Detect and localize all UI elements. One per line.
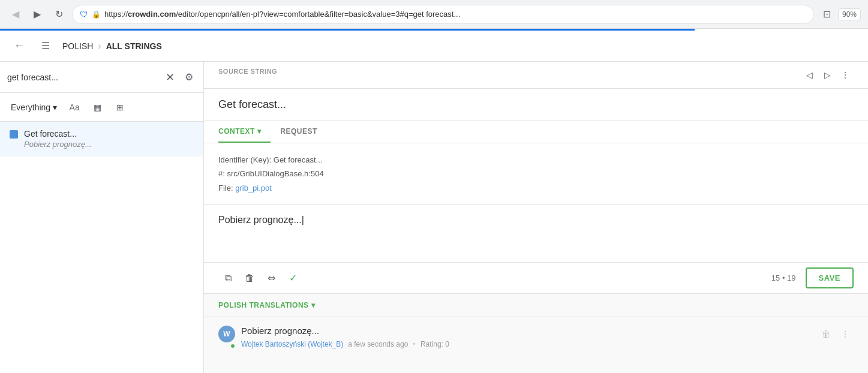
- spellcheck-button[interactable]: ✓: [283, 269, 302, 288]
- everything-label: Everything: [11, 103, 50, 112]
- page-icon[interactable]: ⊡: [819, 6, 836, 23]
- translation-time: a few seconds ago: [348, 340, 408, 348]
- address-text: https://crowdin.com/editor/opencpn/all/e…: [104, 10, 806, 19]
- right-panel: SOURCE STRING ◁ ▷ ⋮ Get forecast... CONT…: [204, 62, 868, 373]
- breadcrumb-current: ALL STRINGS: [106, 41, 162, 51]
- sidebar: ✕ ⚙ Everything ▾ Aa ▦ ⊞ Get forecast... …: [0, 62, 204, 373]
- identifier-row: Identifier (Key): Get forecast...: [218, 153, 854, 167]
- shield-icon: 🛡: [80, 10, 88, 19]
- source-string-label: SOURCE STRING: [218, 68, 786, 75]
- translations-header: POLISH TRANSLATIONS ▾: [204, 294, 868, 317]
- context-info: Identifier (Key): Get forecast... #: src…: [204, 143, 868, 205]
- translator-name[interactable]: Wojtek Bartoszyński (Wojtek_B): [241, 340, 343, 348]
- search-clear-button[interactable]: ✕: [163, 70, 177, 85]
- char-count: 15 • 19: [771, 273, 796, 282]
- file-ref-value: src/GribUIDialogBase.h:504: [227, 169, 323, 178]
- file-ref-row: #: src/GribUIDialogBase.h:504: [218, 167, 854, 181]
- app-bar: ← ☰ POLISH › ALL STRINGS: [0, 31, 868, 62]
- filter-bar: Everything ▾ Aa ▦ ⊞: [0, 93, 203, 122]
- identifier-value: Get forecast...: [274, 155, 323, 164]
- tab-request-label: REQUEST: [280, 127, 317, 136]
- file-value-link[interactable]: grib_pi.pot: [235, 184, 272, 192]
- translation-editor: Pobierz prognozę...|: [204, 205, 868, 263]
- source-string-section: Get forecast...: [204, 89, 868, 121]
- file-ref-label: #:: [218, 169, 225, 178]
- resize-button[interactable]: ⇔: [262, 269, 281, 288]
- search-filter-button[interactable]: ⚙: [182, 70, 196, 85]
- search-input[interactable]: [7, 73, 158, 82]
- browser-reload-button[interactable]: ↻: [50, 6, 67, 23]
- more-entry-button[interactable]: ⋮: [837, 326, 854, 342]
- search-bar: ✕ ⚙: [0, 62, 203, 93]
- app-back-button[interactable]: ←: [10, 37, 29, 56]
- source-string-text: Get forecast...: [218, 98, 854, 111]
- translations-section: POLISH TRANSLATIONS ▾ W Pobierz prognozę…: [204, 294, 868, 373]
- string-source-text: Get forecast...: [24, 129, 194, 139]
- copy-source-button[interactable]: ⧉: [218, 269, 238, 288]
- barcode-filter-button[interactable]: ▦: [88, 98, 106, 116]
- translator-avatar-wrapper: W: [218, 326, 235, 348]
- lock-icon: 🔒: [92, 10, 101, 19]
- string-status-indicator: [10, 130, 18, 139]
- main-content: ✕ ⚙ Everything ▾ Aa ▦ ⊞ Get forecast... …: [0, 62, 868, 373]
- char-count-current: 15: [771, 273, 780, 282]
- browser-chrome: ◀ ▶ ↻ 🛡 🔒 https://crowdin.com/editor/ope…: [0, 0, 868, 29]
- browser-forward-button[interactable]: ▶: [29, 6, 46, 23]
- translation-entry-content: Pobierz prognozę... Wojtek Bartoszyński …: [241, 326, 812, 348]
- char-count-max: 19: [787, 273, 795, 282]
- translations-chevron-icon: ▾: [311, 301, 316, 309]
- browser-right-controls: ⊡ 90%: [819, 6, 861, 23]
- save-button[interactable]: SAVE: [806, 267, 854, 288]
- translation-entry: W Pobierz prognozę... Wojtek Bartoszyńsk…: [204, 317, 868, 357]
- translation-rating: Rating: 0: [421, 340, 449, 348]
- source-more-button[interactable]: ⋮: [837, 67, 854, 83]
- breadcrumb-parent[interactable]: POLISH: [62, 41, 93, 51]
- browser-back-button[interactable]: ◀: [7, 6, 24, 23]
- context-tabs: CONTEXT ▾ REQUEST: [204, 121, 868, 143]
- file-row: File: grib_pi.pot: [218, 181, 854, 195]
- identifier-label: Identifier (Key):: [218, 155, 271, 164]
- string-list: Get forecast... Pobierz prognozę...: [0, 122, 203, 373]
- address-bar[interactable]: 🛡 🔒 https://crowdin.com/editor/opencpn/a…: [72, 5, 814, 24]
- source-next-button[interactable]: ▷: [819, 67, 836, 83]
- crop-filter-button[interactable]: ⊞: [111, 98, 129, 116]
- dropdown-chevron-icon: ▾: [53, 103, 57, 112]
- translation-meta: Wojtek Bartoszyński (Wojtek_B) a few sec…: [241, 339, 812, 348]
- zoom-level: 90%: [838, 8, 861, 20]
- delete-translation-button[interactable]: 🗑: [240, 269, 259, 288]
- list-item[interactable]: Get forecast... Pobierz prognozę...: [0, 122, 203, 157]
- context-chevron-icon: ▾: [257, 127, 262, 136]
- translations-label[interactable]: POLISH TRANSLATIONS ▾: [218, 301, 315, 309]
- hamburger-button[interactable]: ☰: [36, 37, 55, 56]
- source-prev-button[interactable]: ◁: [801, 67, 818, 83]
- translation-actions: 🗑 ⋮: [818, 326, 854, 348]
- breadcrumb-separator: ›: [98, 41, 101, 52]
- source-label-area: SOURCE STRING: [204, 62, 801, 88]
- file-label: File:: [218, 184, 233, 192]
- source-navigation: ◁ ▷ ⋮: [801, 67, 854, 83]
- everything-dropdown[interactable]: Everything ▾: [7, 100, 61, 115]
- delete-entry-button[interactable]: 🗑: [818, 326, 834, 342]
- string-item-content: Get forecast... Pobierz prognozę...: [24, 129, 194, 149]
- aa-filter-button[interactable]: Aa: [65, 98, 83, 116]
- translation-textarea[interactable]: Pobierz prognozę...|: [218, 215, 854, 251]
- avatar: W: [218, 326, 235, 342]
- tab-context-label: CONTEXT: [218, 127, 255, 136]
- translation-dot: •: [413, 339, 416, 348]
- translations-label-text: POLISH TRANSLATIONS: [218, 301, 309, 309]
- editor-toolbar: ⧉ 🗑 ⇔ ✓ 15 • 19 SAVE: [204, 263, 868, 294]
- translation-entry-text: Pobierz prognozę...: [241, 326, 812, 336]
- breadcrumb: POLISH › ALL STRINGS: [62, 41, 162, 52]
- tab-request[interactable]: REQUEST: [280, 121, 327, 143]
- avatar-online-indicator: [230, 344, 235, 348]
- tab-context[interactable]: CONTEXT ▾: [218, 121, 271, 143]
- string-translation-text: Pobierz prognozę...: [24, 140, 194, 149]
- source-string-header-bar: SOURCE STRING ◁ ▷ ⋮: [204, 62, 868, 89]
